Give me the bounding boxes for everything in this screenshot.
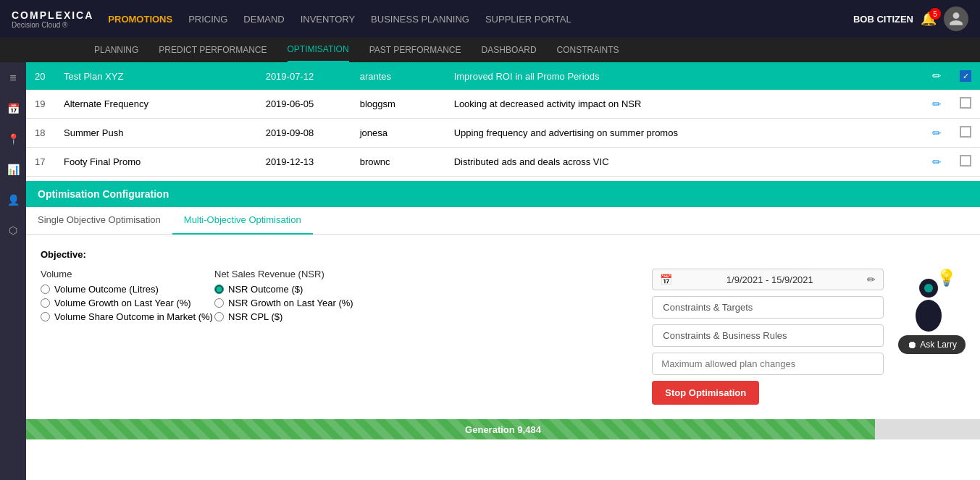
sub-nav: PLANNING PREDICT PERFORMANCE OPTIMISATIO…: [0, 38, 980, 62]
date-range-text: 1/9/2021 - 15/9/2021: [678, 274, 861, 285]
subnav-constraints[interactable]: CONSTRAINTS: [557, 38, 619, 62]
row-id: 19: [26, 90, 55, 119]
subnav-past-performance[interactable]: PAST PERFORMANCE: [369, 38, 461, 62]
row-user: arantes: [351, 62, 445, 90]
volume-option-1: Volume Outcome (Litres): [41, 284, 214, 295]
max-plan-changes-input[interactable]: [652, 353, 884, 375]
progress-bar-label: Generation 9,484: [465, 424, 541, 435]
right-panel: 📅 1/9/2021 - 15/9/2021 ✏ Constraints & T…: [652, 269, 884, 405]
volume-radio-1[interactable]: [41, 285, 50, 294]
nsr-option-1-label: NSR Outcome ($): [228, 284, 303, 295]
row-checkbox-cell[interactable]: [951, 119, 980, 148]
notification-bell[interactable]: 🔔 5: [921, 11, 937, 27]
nsr-radio-2[interactable]: [214, 298, 224, 308]
table-row: 19 Alternate Frequency 2019-06-05 bloggs…: [26, 90, 980, 119]
user-area: BOB CITIZEN 🔔 5: [853, 7, 968, 31]
row-checkbox-cell[interactable]: [951, 148, 980, 177]
objective-label: Objective:: [41, 249, 966, 260]
nsr-option-3-label: NSR CPL ($): [228, 311, 282, 322]
stop-optimisation-button[interactable]: Stop Optimisation: [652, 381, 759, 405]
nav-supplier-portal[interactable]: SUPPLIER PORTAL: [485, 14, 571, 25]
nsr-option-2-label: NSR Growth on Last Year (%): [228, 298, 353, 308]
sidebar-icon-location[interactable]: 📍: [2, 129, 24, 149]
row-edit[interactable]: ✏: [922, 148, 951, 177]
subnav-planning[interactable]: PLANNING: [94, 38, 138, 62]
volume-option-2: Volume Growth on Last Year (%): [41, 298, 214, 308]
logo-text: COMPLEXICA: [12, 9, 93, 21]
svg-point-1: [924, 284, 933, 292]
constraints-business-rules-button[interactable]: Constraints & Business Rules: [652, 324, 884, 347]
nav-promotions[interactable]: PROMOTIONS: [108, 14, 172, 25]
row-user: brownc: [351, 148, 445, 177]
volume-option-2-label: Volume Growth on Last Year (%): [54, 298, 191, 308]
edit-icon[interactable]: ✏: [932, 127, 942, 139]
larry-silhouette: [907, 272, 950, 334]
row-checkbox-cell[interactable]: [951, 90, 980, 119]
table-row: 20 Test Plan XYZ 2019-07-12 arantes Impr…: [26, 62, 980, 90]
edit-icon[interactable]: ✏: [932, 70, 942, 82]
checkbox-empty[interactable]: [960, 126, 971, 138]
nsr-radio-1[interactable]: [214, 285, 224, 294]
larry-area: 💡 ⏺: [898, 269, 966, 354]
nsr-group: Net Sales Revenue (NSR) NSR Outcome ($) …: [214, 269, 403, 325]
edit-icon[interactable]: ✏: [932, 98, 942, 110]
nav-demand[interactable]: DEMAND: [243, 14, 284, 25]
subnav-optimisation[interactable]: OPTIMISATION: [288, 38, 349, 62]
volume-option-1-label: Volume Outcome (Litres): [54, 284, 159, 295]
sidebar-icon-user[interactable]: 👤: [2, 190, 24, 210]
progress-bar-fill: [26, 419, 875, 439]
sidebar-icon-network[interactable]: ⬡: [2, 220, 24, 240]
volume-option-3-label: Volume Share Outcome in Market (%): [54, 311, 213, 322]
row-date: 2019-07-12: [257, 62, 351, 90]
checkbox-checked[interactable]: ✓: [960, 70, 971, 82]
user-name: BOB CITIZEN: [853, 14, 913, 25]
tab-single-objective[interactable]: Single Objective Optimisation: [26, 207, 172, 234]
table-row: 17 Footy Final Promo 2019-12-13 brownc D…: [26, 148, 980, 177]
row-name: Alternate Frequency: [55, 90, 257, 119]
nav-inventory[interactable]: INVENTORY: [301, 14, 355, 25]
sidebar-icon-chart[interactable]: 📊: [2, 159, 24, 180]
date-range-box: 📅 1/9/2021 - 15/9/2021 ✏: [652, 269, 884, 290]
row-user: bloggsm: [351, 90, 445, 119]
svg-point-2: [916, 300, 942, 332]
volume-group: Volume Volume Outcome (Litres) Volume Gr…: [41, 269, 214, 325]
checkbox-empty[interactable]: [960, 97, 971, 109]
calendar-icon: 📅: [660, 274, 672, 285]
tab-multi-objective[interactable]: Multi-Objective Optimisation: [172, 207, 313, 235]
row-date: 2019-12-13: [257, 148, 351, 177]
nsr-radio-3[interactable]: [214, 312, 224, 321]
row-name: Test Plan XYZ: [55, 62, 257, 90]
row-description: Improved ROI in all Promo Periods: [445, 62, 922, 90]
row-edit[interactable]: ✏: [922, 90, 951, 119]
row-edit[interactable]: ✏: [922, 119, 951, 148]
sidebar: ≡ 📅 📍 📊 👤 ⬡: [0, 62, 26, 480]
subnav-predict[interactable]: PREDICT PERFORMANCE: [159, 38, 267, 62]
plans-table: 20 Test Plan XYZ 2019-07-12 arantes Impr…: [26, 62, 980, 177]
notification-badge: 5: [929, 8, 941, 20]
sidebar-icon-menu[interactable]: ≡: [2, 68, 24, 88]
edit-icon[interactable]: ✏: [932, 156, 942, 168]
ask-larry-button[interactable]: ⏺ Ask Larry: [898, 335, 966, 354]
subnav-dashboard[interactable]: DASHBOARD: [482, 38, 537, 62]
constraints-targets-button[interactable]: Constraints & Targets: [652, 296, 884, 319]
optimisation-config: Optimisation Configuration Single Object…: [26, 181, 980, 419]
sidebar-icon-calendar[interactable]: 📅: [2, 98, 24, 119]
nsr-option-3: NSR CPL ($): [214, 311, 403, 322]
row-checkbox-cell[interactable]: ✓: [951, 62, 980, 90]
progress-bar-container: Generation 9,484: [26, 419, 980, 439]
row-description: Looking at decreased activity impact on …: [445, 90, 922, 119]
larry-icon: ⏺: [907, 339, 917, 350]
avatar[interactable]: [944, 7, 968, 31]
edit-date-icon[interactable]: ✏: [867, 274, 876, 285]
checkbox-empty[interactable]: [960, 155, 971, 167]
row-edit[interactable]: ✏: [922, 62, 951, 90]
row-name: Footy Final Promo: [55, 148, 257, 177]
volume-radio-2[interactable]: [41, 298, 50, 308]
nav-pricing[interactable]: PRICING: [188, 14, 227, 25]
row-description: Upping frequency and advertising on summ…: [445, 119, 922, 148]
top-nav: COMPLEXICA Decision Cloud ® PROMOTIONS P…: [0, 0, 980, 38]
row-id: 20: [26, 62, 55, 90]
objective-row: Volume Volume Outcome (Litres) Volume Gr…: [41, 269, 966, 405]
nav-business-planning[interactable]: BUSINESS PLANNING: [371, 14, 469, 25]
volume-radio-3[interactable]: [41, 312, 50, 321]
